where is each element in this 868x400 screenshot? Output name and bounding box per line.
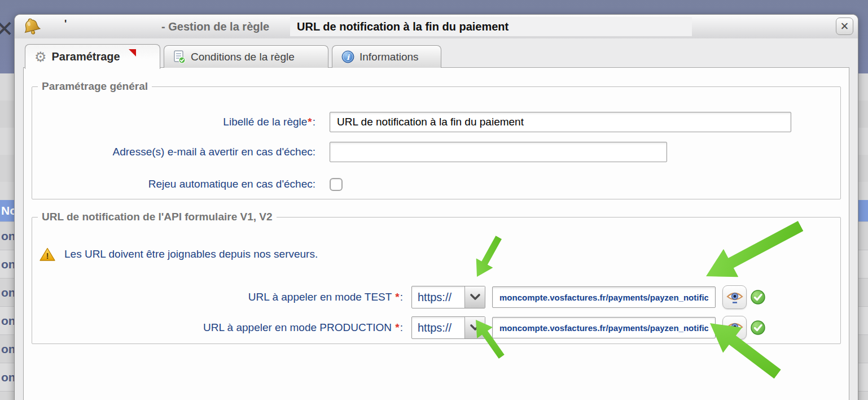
rule-label-input[interactable] (330, 112, 791, 132)
eye-icon (726, 290, 744, 305)
rule-label-label: Libellé de la règle*: (32, 116, 315, 128)
titlebar-mark: ' (64, 18, 67, 30)
required-asterisk: * (307, 116, 312, 128)
email-row: Adresse(s) e-mail à avertir en cas d'éch… (32, 142, 840, 162)
row-fragment: on (1, 314, 16, 327)
rule-name-title: URL de notification à la fin du paiement (297, 20, 508, 33)
replay-label: Rejeu automatique en cas d'échec: (32, 178, 315, 190)
dialog-titlebar: ' - Gestion de la règle URL de notificat… (15, 15, 858, 38)
prod-scheme-select[interactable]: https:// (411, 316, 485, 339)
general-settings-fieldset: Paramétrage général Libellé de la règle*… (32, 80, 841, 199)
row-fragment: on (1, 371, 16, 384)
svg-text:!: ! (46, 251, 49, 260)
email-field[interactable] (330, 142, 667, 162)
notification-url-fieldset: URL de notification de l'API formulaire … (32, 211, 841, 344)
close-icon[interactable]: ✕ (836, 18, 853, 35)
row-fragment: on (1, 229, 16, 242)
chevron-down-icon[interactable] (464, 286, 485, 308)
row-fragment: on (1, 286, 16, 299)
test-url-preview-button[interactable] (722, 285, 747, 309)
gear-icon: ⚙ (34, 50, 47, 64)
warning-text: Les URL doivent être joignables depuis n… (64, 248, 318, 260)
document-check-icon (173, 50, 186, 64)
replay-checkbox[interactable] (330, 178, 343, 191)
bell-icon (19, 14, 44, 39)
prod-url-valid-icon (751, 320, 765, 335)
url-test-row: URL à appeler en mode TEST *: https:// (32, 285, 840, 309)
test-url-input[interactable] (492, 286, 716, 308)
rule-label-row: Libellé de la règle*: (32, 112, 840, 132)
required-asterisk: * (394, 291, 400, 303)
parametrage-panel: Paramétrage général Libellé de la règle*… (23, 67, 849, 400)
url-prod-label: URL à appeler en mode PRODUCTION *: (32, 321, 403, 334)
general-settings-legend: Paramétrage général (38, 80, 152, 93)
tab-label: Informations (360, 51, 419, 63)
warning-icon: ! (40, 247, 55, 262)
row-fragment: on (1, 258, 16, 271)
tab-label: Conditions de la règle (191, 51, 295, 63)
prod-url-input[interactable] (492, 317, 716, 338)
test-scheme-value: https:// (412, 286, 464, 308)
test-url-valid-icon (751, 290, 765, 305)
info-icon: i (341, 50, 354, 63)
tab-informations[interactable]: i Informations (332, 45, 441, 68)
background-corner-glyph: ✕ (0, 16, 14, 42)
prod-scheme-value: https:// (412, 317, 464, 338)
unsaved-marker-icon (129, 49, 136, 56)
tab-parametrage[interactable]: ⚙ Paramétrage (25, 44, 160, 69)
replay-row: Rejeu automatique en cas d'échec: (32, 177, 840, 191)
email-label: Adresse(s) e-mail à avertir en cas d'éch… (32, 146, 315, 158)
tab-label: Paramétrage (52, 50, 120, 63)
url-test-label: URL à appeler en mode TEST *: (32, 291, 403, 303)
row-fragment: on (1, 342, 16, 355)
tab-conditions[interactable]: Conditions de la règle (164, 45, 328, 68)
dialog-title-prefix: - Gestion de la règle (161, 15, 269, 38)
test-scheme-select[interactable]: https:// (411, 286, 485, 308)
required-asterisk: * (394, 321, 400, 333)
dialog-title-highlight: URL de notification à la fin du paiement (290, 17, 692, 36)
notification-url-legend: URL de notification de l'API formulaire … (38, 211, 277, 223)
